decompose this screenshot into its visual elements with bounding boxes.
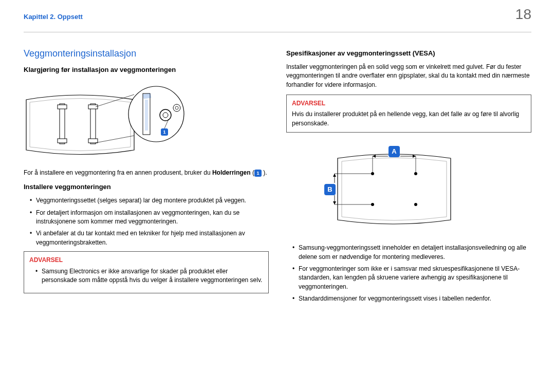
callout-a-icon: A [388, 146, 400, 157]
callout-b-icon: B [324, 184, 336, 195]
svg-rect-4 [88, 105, 98, 109]
sub-prepare: Klargjøring før installasjon av veggmont… [24, 65, 269, 75]
svg-rect-0 [60, 104, 65, 144]
warning-box-left: ADVARSEL Samsung Electronics er ikke ans… [24, 251, 269, 293]
svg-rect-3 [58, 139, 67, 143]
figure-vesa-dimensions: A B [312, 138, 471, 235]
vesa-bullets: Samsung-veggmonteringssett inneholder en… [286, 244, 531, 303]
svg-point-8 [128, 86, 184, 142]
figure-wall-mount-prep: 1 [24, 79, 255, 161]
callout-1-icon: 1 [161, 128, 168, 136]
warning-title: ADVARSEL [29, 256, 263, 265]
svg-marker-10 [143, 94, 151, 99]
list-item: Vi anbefaler at du tar kontakt med en te… [30, 229, 269, 247]
list-item: For veggmonteringer som ikke er i samsva… [292, 265, 531, 291]
vesa-paragraph: Installer veggmonteringen på en solid ve… [286, 63, 531, 89]
list-item: Veggmonteringssettet (selges separat) la… [30, 196, 269, 205]
svg-point-14 [173, 104, 180, 111]
svg-rect-11 [145, 100, 148, 130]
callout-1-inline-icon: 1 [254, 170, 262, 177]
sub-vesa: Spesifikasjoner av veggmonteringssett (V… [286, 49, 531, 59]
text-pre: For å installere en veggmontering fra en… [24, 169, 212, 176]
right-column: Spesifikasjoner av veggmonteringssett (V… [286, 47, 531, 308]
list-item: Standarddimensjoner for veggmonteringsse… [292, 294, 531, 303]
warning-text: Samsung Electronics er ikke ansvarlige f… [35, 267, 263, 285]
chapter-label: Kapittel 2. Oppsett [24, 12, 531, 22]
list-item: Samsung-veggmonteringssett inneholder en… [292, 244, 531, 262]
warning-title: ADVARSEL [292, 99, 526, 108]
text-post: ( [251, 169, 254, 176]
svg-marker-31 [333, 174, 336, 177]
section-title: Veggmonteringsinstallasjon [24, 47, 269, 60]
install-bullets: Veggmonteringssettet (selges separat) la… [24, 196, 269, 247]
svg-rect-1 [90, 104, 96, 144]
holder-ring-text: For å installere en veggmontering fra en… [24, 169, 269, 177]
svg-point-20 [414, 203, 417, 206]
svg-rect-2 [58, 105, 67, 109]
left-column: Veggmonteringsinstallasjon Klargjøring f… [24, 47, 269, 308]
warning-text: Hvis du installerer produktet på en hell… [292, 110, 526, 128]
svg-marker-32 [333, 201, 336, 204]
sub-install: Installere veggmonteringen [24, 182, 269, 192]
text-end: ). [262, 169, 267, 176]
text-bold: Holderringen [212, 169, 251, 176]
svg-rect-5 [88, 139, 98, 143]
warning-box-right: ADVARSEL Hvis du installerer produktet p… [286, 95, 531, 133]
list-item: For detaljert informasjon om installasjo… [30, 209, 269, 227]
page-number: 18 [515, 4, 531, 25]
